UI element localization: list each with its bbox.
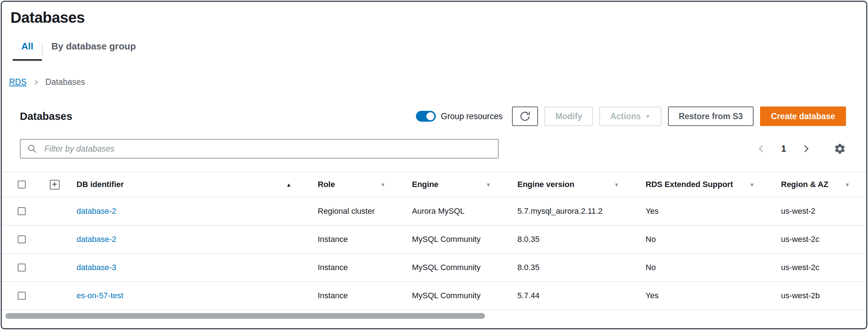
panel-controls: Group resources Modify Actions ▼ Restore…: [416, 107, 846, 126]
rds-extended-support-value: Yes: [646, 207, 659, 216]
expand-all-icon[interactable]: +: [50, 180, 60, 190]
select-all-checkbox[interactable]: [18, 181, 26, 188]
row-checkbox[interactable]: [18, 264, 26, 272]
refresh-icon: [519, 110, 531, 122]
region-az-value: us-west-2c: [781, 263, 819, 272]
sort-ascending-icon: ▲: [286, 182, 291, 188]
column-header-rds-extended-support[interactable]: RDS Extended Support ▼: [635, 180, 771, 189]
toggle-on-icon: [416, 111, 436, 122]
rds-extended-support-value: No: [646, 235, 656, 244]
current-page[interactable]: 1: [781, 144, 786, 154]
table-row: es-on-57-test Instance MySQL Community 5…: [2, 282, 866, 310]
engine-version-value: 8.0.35: [517, 263, 539, 272]
table-panel-header: Databases Group resources Modify Actions…: [20, 106, 846, 127]
role-value: Instance: [318, 235, 348, 244]
actions-button[interactable]: Actions ▼: [599, 107, 661, 126]
engine-version-value: 5.7.44: [517, 291, 539, 300]
modify-button[interactable]: Modify: [544, 107, 593, 126]
db-identifier-link[interactable]: es-on-57-test: [77, 291, 123, 300]
engine-value: MySQL Community: [412, 291, 481, 300]
filter-row: 1: [20, 139, 846, 159]
role-value: Instance: [318, 263, 348, 272]
role-value: Regional cluster: [318, 207, 375, 216]
settings-gear-button[interactable]: [834, 143, 846, 155]
caret-down-icon: ▼: [614, 182, 619, 188]
previous-page-button[interactable]: [757, 144, 766, 153]
refresh-button[interactable]: [512, 107, 538, 126]
engine-value: Aurora MySQL: [412, 207, 465, 216]
filter-search-box: [20, 139, 499, 159]
engine-value: MySQL Community: [412, 263, 481, 272]
chevron-right-icon: [32, 79, 40, 86]
rds-extended-support-value: Yes: [646, 291, 659, 300]
chevron-right-icon: [801, 144, 811, 153]
table-row: database-3 Instance MySQL Community 8.0.…: [2, 254, 866, 282]
panel-title: Databases: [20, 110, 72, 122]
breadcrumb: RDS Databases: [9, 77, 866, 87]
caret-down-icon: ▼: [486, 182, 491, 188]
pagination: 1: [757, 143, 846, 155]
region-az-value: us-west-2b: [781, 291, 820, 300]
tabs: All By database group: [2, 41, 866, 61]
next-page-button[interactable]: [801, 144, 811, 153]
db-identifier-link[interactable]: database-3: [77, 263, 116, 272]
databases-table: + DB identifier ▲ Role ▼ Engine ▼ Engine…: [2, 171, 866, 310]
gear-icon: [834, 143, 846, 155]
db-identifier-link[interactable]: database-2: [77, 207, 116, 216]
horizontal-scrollbar[interactable]: [5, 313, 485, 319]
tab-by-database-group[interactable]: By database group: [43, 41, 144, 61]
caret-down-icon: ▼: [845, 182, 850, 188]
filter-input[interactable]: [20, 139, 499, 159]
column-header-engine-version[interactable]: Engine version ▼: [507, 180, 635, 189]
page-title: Databases: [2, 2, 866, 26]
create-database-button[interactable]: Create database: [760, 107, 846, 126]
role-value: Instance: [318, 291, 348, 300]
group-resources-label: Group resources: [441, 112, 503, 121]
region-az-value: us-west-2c: [781, 235, 819, 244]
breadcrumb-current: Databases: [45, 77, 85, 87]
column-header-db-identifier[interactable]: DB identifier ▲: [68, 180, 308, 189]
row-checkbox[interactable]: [18, 235, 26, 243]
chevron-left-icon: [757, 144, 766, 153]
engine-version-value: 8.0.35: [517, 235, 539, 244]
row-checkbox[interactable]: [18, 207, 26, 215]
engine-version-value: 5.7.mysql_aurora.2.11.2: [517, 207, 603, 216]
header-checkbox-cell: [2, 181, 42, 188]
db-identifier-link[interactable]: database-2: [77, 235, 116, 244]
group-resources-toggle[interactable]: Group resources: [416, 111, 503, 122]
table-row: database-2 Regional cluster Aurora MySQL…: [2, 197, 866, 226]
caret-down-icon: ▼: [749, 182, 755, 188]
actions-label: Actions: [610, 112, 641, 121]
horizontal-scroll-track: [5, 313, 863, 319]
breadcrumb-rds-link[interactable]: RDS: [9, 77, 27, 87]
rds-databases-page: Databases All By database group RDS Data…: [1, 1, 867, 329]
rds-extended-support-value: No: [646, 263, 656, 272]
tab-all[interactable]: All: [13, 41, 42, 61]
engine-value: MySQL Community: [412, 235, 481, 244]
column-header-role[interactable]: Role ▼: [308, 180, 402, 189]
caret-down-icon: ▼: [380, 182, 386, 188]
column-header-region-az[interactable]: Region & AZ ▼: [771, 180, 866, 189]
header-expand-cell: +: [42, 180, 68, 190]
chevron-down-icon: ▼: [645, 113, 651, 120]
column-header-engine[interactable]: Engine ▼: [402, 180, 507, 189]
table-header-row: + DB identifier ▲ Role ▼ Engine ▼ Engine…: [2, 171, 866, 197]
restore-from-s3-button[interactable]: Restore from S3: [668, 107, 754, 126]
table-row: database-2 Instance MySQL Community 8.0.…: [2, 226, 866, 254]
tab-by-database-group-label: By database group: [51, 41, 136, 52]
region-az-value: us-west-2: [781, 207, 815, 216]
row-checkbox[interactable]: [18, 292, 26, 300]
tab-all-label: All: [21, 41, 33, 52]
